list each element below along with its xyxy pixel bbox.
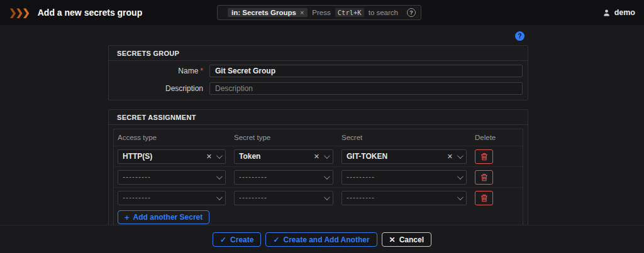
secret-select[interactable]: GIT-TOKEN ✕	[341, 149, 467, 164]
description-label-text: Description	[165, 84, 203, 93]
search-icon	[223, 9, 223, 16]
delete-row-button[interactable]	[475, 170, 493, 185]
add-another-secret-button[interactable]: + Add another Secret	[118, 210, 209, 224]
search-filter-chip[interactable]: in: Secrets Groups ×	[228, 8, 308, 17]
chevron-down-icon	[324, 153, 330, 159]
access-type-select[interactable]: HTTP(S) ✕	[118, 149, 226, 164]
secret-value: GIT-TOKEN	[347, 152, 443, 161]
search-help-icon[interactable]: ?	[407, 8, 416, 17]
add-secret-row: + Add another Secret	[114, 208, 523, 225]
search-filter-chip-label: in: Secrets Groups	[231, 9, 296, 16]
secret-select[interactable]: ---------	[341, 191, 467, 205]
cancel-button-label: Cancel	[399, 235, 424, 244]
create-button-label: Create	[230, 235, 253, 244]
create-button[interactable]: ✓ Create	[213, 232, 261, 247]
add-another-secret-label: Add another Secret	[133, 213, 203, 222]
column-header-secret: Secret	[341, 134, 467, 141]
global-search-input[interactable]: in: Secrets Groups × Press Ctrl+K to sea…	[217, 5, 421, 20]
create-and-add-another-label: Create and Add Another	[283, 235, 369, 244]
column-header-access-type: Access type	[118, 134, 226, 141]
trash-icon	[480, 173, 488, 181]
column-header-delete: Delete	[475, 134, 493, 141]
check-icon: ✓	[220, 235, 226, 244]
secret-type-select[interactable]: ---------	[234, 170, 333, 185]
secret-type-value: Token	[239, 152, 309, 161]
page-title: Add a new secrets group	[38, 8, 142, 18]
chevron-down-icon	[216, 194, 223, 200]
username: demo	[614, 8, 635, 17]
delete-row-button[interactable]	[475, 149, 493, 164]
chevron-down-icon	[216, 153, 223, 159]
secret-assignment-table: Access type Secret type Secret Delete HT…	[113, 129, 523, 225]
plus-icon: +	[125, 213, 130, 222]
secret-value: ---------	[347, 193, 453, 202]
logo-chevron-icon: ❯	[16, 7, 23, 18]
table-header-row: Access type Secret type Secret Delete	[114, 129, 523, 146]
name-label-text: Name	[178, 67, 198, 75]
secret-type-select[interactable]: ---------	[234, 191, 333, 205]
app-logo[interactable]: ❯ ❯ ❯	[9, 7, 29, 18]
required-marker: *	[200, 67, 203, 75]
secret-type-value: ---------	[239, 173, 319, 181]
access-type-select[interactable]: ---------	[118, 191, 226, 205]
secret-select[interactable]: ---------	[341, 170, 467, 185]
secret-assignment-panel: SECRET ASSIGNMENT Access type Secret typ…	[108, 109, 528, 225]
search-hint-suffix: to search	[369, 9, 398, 16]
secret-value: ---------	[347, 173, 453, 181]
search-hint-prefix: Press	[312, 9, 330, 16]
table-row: --------- --------- ---------	[114, 166, 523, 187]
page-help-icon[interactable]: ?	[515, 31, 525, 41]
secrets-group-panel: SECRETS GROUP Name* Description	[108, 45, 528, 100]
chip-remove-icon[interactable]: ×	[300, 9, 304, 16]
name-field[interactable]	[209, 65, 523, 77]
chevron-down-icon	[324, 173, 330, 180]
access-type-select[interactable]: ---------	[118, 170, 226, 185]
logo-chevron-icon: ❯	[22, 7, 29, 18]
access-type-value: ---------	[123, 193, 212, 202]
chevron-down-icon	[216, 173, 223, 180]
chevron-down-icon	[324, 194, 330, 200]
column-header-secret-type: Secret type	[234, 134, 333, 141]
logo-chevron-icon: ❯	[9, 7, 16, 18]
table-row: HTTP(S) ✕ Token ✕ GIT-TOKEN ✕	[114, 146, 523, 166]
top-bar: ❯ ❯ ❯ Add a new secrets group in: Secret…	[0, 0, 644, 25]
clear-selection-icon[interactable]: ✕	[206, 153, 212, 160]
check-icon: ✓	[273, 235, 279, 244]
chevron-down-icon	[457, 194, 464, 200]
chevron-down-icon	[457, 153, 464, 159]
trash-icon	[480, 194, 488, 202]
description-field[interactable]	[209, 82, 523, 95]
name-label: Name*	[114, 67, 209, 75]
description-label: Description	[114, 84, 209, 93]
description-field-row: Description	[114, 82, 523, 95]
secrets-group-panel-title: SECRETS GROUP	[109, 46, 528, 61]
table-row: --------- --------- ---------	[114, 187, 523, 208]
trash-icon	[480, 153, 488, 161]
secret-assignment-panel-title: SECRET ASSIGNMENT	[109, 110, 528, 125]
user-menu[interactable]: demo	[602, 8, 635, 17]
access-type-value: ---------	[123, 173, 212, 181]
clear-selection-icon[interactable]: ✕	[314, 153, 319, 160]
user-icon	[602, 9, 611, 17]
secret-type-value: ---------	[239, 193, 319, 202]
secret-type-select[interactable]: Token ✕	[234, 149, 333, 164]
close-icon: ✕	[389, 235, 396, 244]
name-field-row: Name*	[114, 65, 523, 77]
chevron-down-icon	[457, 173, 464, 180]
search-kbd-shortcut: Ctrl+K	[335, 8, 364, 17]
cancel-button[interactable]: ✕ Cancel	[382, 232, 431, 247]
clear-selection-icon[interactable]: ✕	[447, 153, 453, 160]
create-and-add-another-button[interactable]: ✓ Create and Add Another	[265, 232, 377, 247]
form-actions-footer: ✓ Create ✓ Create and Add Another ✕ Canc…	[0, 225, 644, 253]
main-content: ? SECRETS GROUP Name* Description	[0, 25, 644, 225]
access-type-value: HTTP(S)	[123, 152, 202, 161]
delete-row-button[interactable]	[475, 191, 493, 205]
